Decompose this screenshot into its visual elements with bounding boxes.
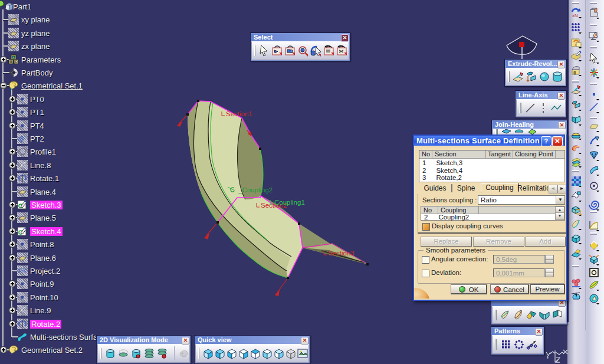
svg-text:_Coupling2: _Coupling2 — [238, 186, 273, 194]
svg-text:Coupling1: Coupling1 — [274, 199, 305, 206]
svg-text:xN: xN — [572, 13, 578, 18]
svg-text:Section1: Section1 — [226, 110, 252, 117]
svg-text:Section3: Section3 — [328, 250, 354, 257]
